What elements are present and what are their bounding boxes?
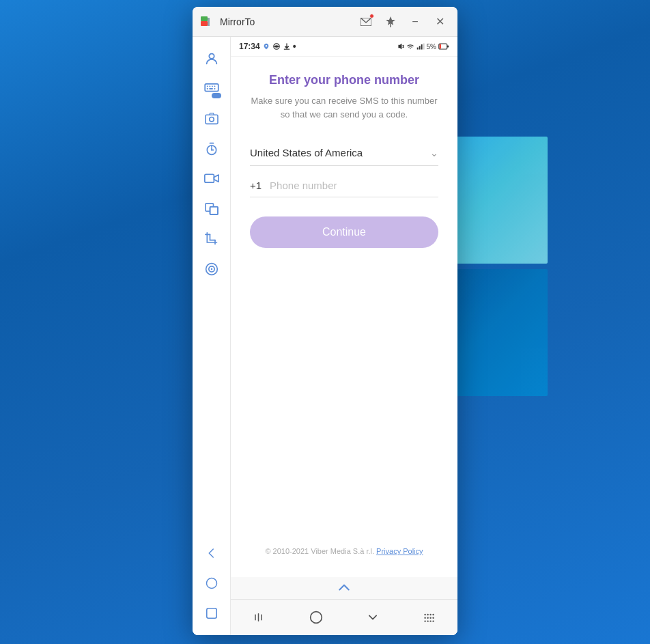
svg-rect-25: [206, 608, 216, 618]
status-download-icon: [283, 43, 290, 50]
svg-point-45: [432, 614, 434, 615]
svg-point-42: [424, 614, 425, 615]
home-button-icon: [309, 611, 323, 624]
app-icon: [201, 15, 214, 29]
country-name: United States of America: [250, 147, 363, 158]
phone-number-input[interactable]: [270, 180, 438, 191]
phone-input-row: +1: [250, 180, 438, 197]
profile-icon: [204, 51, 219, 66]
video-icon: [204, 173, 219, 184]
svg-point-46: [424, 617, 425, 619]
svg-rect-1: [201, 21, 208, 26]
footer-copyright: © 2010-2021 Viber Media S.à r.l. Privacy…: [250, 547, 438, 555]
svg-point-47: [427, 617, 428, 619]
phone-screen: 17:34 •: [231, 37, 457, 635]
sidebar-item-keyboard[interactable]: [198, 75, 225, 102]
svg-point-51: [427, 620, 428, 621]
country-code: +1: [250, 180, 262, 191]
pin-button[interactable]: [381, 12, 400, 31]
svg-point-15: [209, 117, 214, 122]
back-icon: [206, 547, 218, 559]
sidebar-item-crop[interactable]: [198, 225, 225, 253]
svg-point-49: [432, 617, 434, 619]
sidebar-home[interactable]: [198, 570, 225, 597]
sidebar-item-profile[interactable]: [198, 45, 225, 72]
sidebar-item-target[interactable]: [198, 255, 225, 283]
sidebar-item-screenshot[interactable]: [198, 105, 225, 132]
nav-keyboard[interactable]: [413, 606, 446, 628]
close-button[interactable]: ✕: [430, 12, 449, 31]
privacy-policy-link[interactable]: Privacy Policy: [376, 547, 423, 555]
scroll-up-button[interactable]: [333, 581, 355, 595]
status-time: 17:34 •: [239, 41, 296, 52]
svg-rect-37: [447, 45, 449, 47]
sidebar-item-timer[interactable]: [198, 135, 225, 163]
status-signal-icon: [416, 43, 425, 50]
pin-icon: [386, 16, 395, 27]
svg-rect-10: [214, 86, 215, 87]
svg-rect-34: [423, 44, 424, 50]
scroll-up-icon: [337, 584, 351, 592]
svg-point-26: [265, 45, 267, 47]
svg-rect-11: [206, 88, 208, 89]
svg-rect-32: [419, 46, 420, 49]
camera-icon: [205, 113, 218, 125]
recent-apps-icon: [253, 611, 266, 624]
nav-back[interactable]: [356, 606, 389, 628]
app-title: MirrorTo: [220, 16, 255, 27]
svg-rect-0: [201, 16, 208, 21]
title-bar-controls: − ✕: [356, 12, 449, 31]
svg-point-53: [432, 620, 434, 621]
svg-rect-19: [210, 207, 217, 214]
phone-frame: 17:34 •: [193, 37, 457, 635]
content-spacer: [250, 262, 438, 547]
status-bar: 17:34 •: [231, 37, 457, 57]
title-bar-left: MirrorTo: [201, 15, 255, 29]
country-selector[interactable]: United States of America ⌄: [250, 140, 438, 166]
svg-rect-9: [212, 86, 213, 87]
sidebar-recents[interactable]: [198, 600, 225, 627]
back-chevron-icon: [367, 613, 379, 621]
mail-icon: [361, 18, 371, 26]
status-indicators: 5%: [397, 43, 449, 51]
svg-rect-31: [416, 48, 418, 50]
chevron-down-icon: ⌄: [430, 148, 438, 158]
square-icon: [206, 608, 217, 619]
svg-rect-7: [206, 86, 208, 87]
svg-point-41: [310, 612, 322, 624]
sidebar-back[interactable]: [198, 540, 225, 567]
nav-recent-apps[interactable]: [243, 606, 276, 628]
svg-rect-6: [205, 84, 218, 92]
svg-rect-13: [214, 88, 215, 89]
crop-icon: [205, 232, 218, 246]
target-icon: [205, 262, 218, 276]
page-title: Enter your phone number: [250, 73, 438, 87]
mail-notification-dot: [369, 14, 374, 18]
svg-rect-17: [204, 174, 214, 182]
app-content: Enter your phone number Make sure you ca…: [231, 57, 457, 577]
scroll-indicator: [231, 577, 457, 599]
sidebar-item-resize[interactable]: [198, 195, 225, 223]
bottom-nav: [231, 599, 457, 635]
svg-rect-2: [208, 18, 210, 26]
home-circle-icon: [206, 577, 218, 589]
status-mute-icon: [397, 43, 404, 50]
page-subtitle: Make sure you can receive SMS to this nu…: [250, 94, 438, 121]
mirrorto-window: MirrorTo − ✕: [193, 7, 457, 635]
mail-button[interactable]: [356, 12, 376, 31]
sidebar-item-video[interactable]: [198, 165, 225, 193]
sidebar: [193, 37, 231, 635]
keyboard-toggle: [212, 93, 221, 98]
title-bar: MirrorTo − ✕: [193, 7, 457, 37]
svg-point-44: [429, 614, 431, 615]
svg-point-24: [206, 578, 216, 589]
minimize-button[interactable]: −: [406, 12, 425, 31]
resize-icon: [205, 203, 218, 215]
svg-point-23: [210, 268, 212, 270]
continue-button[interactable]: Continue: [250, 216, 438, 248]
svg-rect-33: [421, 44, 422, 50]
status-vpn-icon: [272, 43, 281, 50]
svg-rect-12: [209, 88, 212, 89]
nav-home[interactable]: [300, 606, 333, 628]
svg-rect-14: [206, 115, 218, 124]
